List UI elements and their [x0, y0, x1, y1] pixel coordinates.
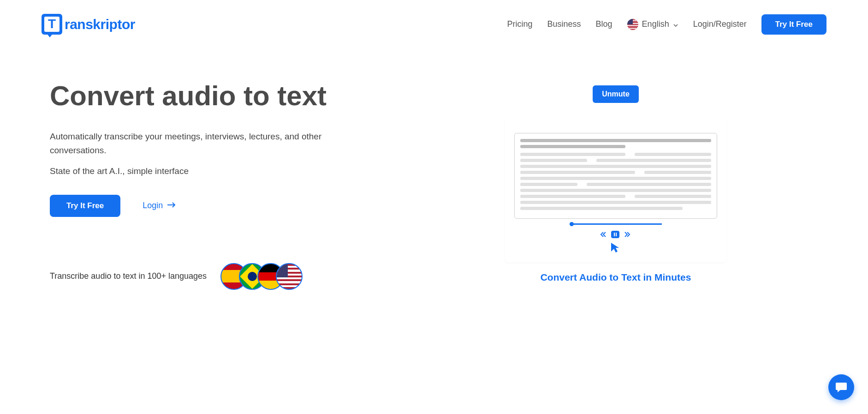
- progress-bar: [570, 223, 662, 225]
- svg-rect-1: [614, 233, 615, 236]
- languages-text: Transcribe audio to text in 100+ languag…: [50, 271, 207, 281]
- video-preview[interactable]: [505, 117, 726, 263]
- nav-login-register[interactable]: Login/Register: [693, 19, 747, 29]
- cta-row: Try It Free Login: [50, 195, 377, 217]
- hero-description: Automatically transcribe your meetings, …: [50, 130, 377, 158]
- svg-rect-0: [611, 231, 619, 238]
- try-free-button-header[interactable]: Try It Free: [761, 14, 826, 35]
- chat-icon: [835, 381, 848, 394]
- player-controls-icon: [514, 228, 717, 241]
- main-content: Convert audio to text Automatically tran…: [0, 44, 868, 290]
- nav-business[interactable]: Business: [547, 19, 581, 29]
- login-label: Login: [143, 201, 163, 210]
- language-selector[interactable]: English: [627, 19, 678, 30]
- nav-pricing[interactable]: Pricing: [507, 19, 533, 29]
- svg-rect-2: [616, 233, 617, 236]
- hero-title: Convert audio to text: [50, 81, 377, 111]
- chevron-down-icon: [673, 22, 678, 27]
- language-label: English: [642, 19, 669, 29]
- hero-left: Convert audio to text Automatically tran…: [50, 81, 377, 290]
- hero-subtext: State of the art A.I., simple interface: [50, 166, 377, 176]
- languages-row: Transcribe audio to text in 100+ languag…: [50, 263, 377, 290]
- login-link[interactable]: Login: [143, 201, 177, 210]
- try-free-button-hero[interactable]: Try It Free: [50, 195, 120, 217]
- logo-icon: [42, 14, 62, 35]
- hero-right: Unmute: [405, 81, 826, 290]
- flag-usa-icon: [276, 263, 303, 290]
- header: ranskriptor Pricing Business Blog Englis…: [0, 0, 868, 44]
- chat-widget-button[interactable]: [828, 374, 854, 400]
- nav-blog[interactable]: Blog: [596, 19, 612, 29]
- unmute-button[interactable]: Unmute: [593, 85, 639, 103]
- cursor-icon: [514, 241, 717, 253]
- logo-text: ranskriptor: [65, 17, 135, 32]
- document-preview-icon: [514, 133, 717, 219]
- video-caption: Convert Audio to Text in Minutes: [541, 272, 691, 283]
- logo[interactable]: ranskriptor: [42, 14, 135, 35]
- flag-group: [220, 263, 303, 290]
- main-nav: Pricing Business Blog English Login/Regi…: [507, 14, 827, 35]
- flag-us-icon: [627, 19, 638, 30]
- arrow-right-icon: [167, 201, 177, 210]
